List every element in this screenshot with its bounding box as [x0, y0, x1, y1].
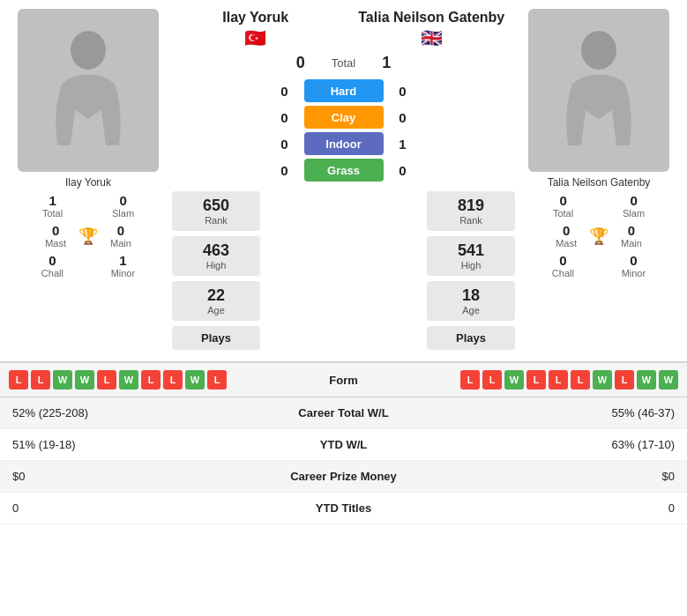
surface-row: 0Hard0	[168, 79, 519, 102]
left-total-slam-row: 1 Total 0 Slam	[18, 193, 159, 219]
form-badge: L	[163, 370, 183, 390]
form-badge: L	[615, 370, 634, 390]
left-slam-stat: 0 Slam	[112, 193, 134, 219]
form-badge: W	[659, 370, 678, 390]
right-age-box: 18 Age	[427, 281, 515, 321]
right-chall-minor-row: 0 Chall 0 Minor	[528, 253, 669, 278]
surface-row: 0Grass0	[168, 159, 519, 182]
stats-table-row: 52% (225-208)Career Total W/L55% (46-37)	[0, 397, 687, 429]
left-rank-box: 650 Rank	[172, 191, 260, 231]
right-minor-stat: 0 Minor	[622, 253, 646, 278]
surface-badge-clay: Clay	[304, 106, 384, 129]
surface-left-score: 0	[276, 110, 294, 125]
bottom-stats-table: 52% (225-208)Career Total W/L55% (46-37)…	[0, 397, 687, 524]
surface-left-score: 0	[276, 163, 294, 178]
surface-left-score: 0	[276, 84, 294, 99]
right-form-badges: LLWLLLWLWW	[397, 370, 679, 390]
right-total-stat: 0 Total	[553, 193, 573, 219]
form-badge: W	[185, 370, 205, 390]
left-mast-stat: 0 Mast	[45, 223, 66, 249]
form-badge: L	[31, 370, 50, 390]
left-flag: 🇹🇷	[168, 27, 344, 48]
right-player-name-below: Talia Neilson Gatenby	[548, 176, 651, 189]
form-badge: L	[482, 370, 502, 390]
stats-right-value: 55% (46-37)	[446, 397, 687, 429]
right-high-box: 541 High	[427, 236, 515, 276]
right-player-name-header: Talia Neilson Gatenby	[344, 9, 520, 26]
form-badge: L	[9, 370, 28, 390]
surface-row: 0Indoor1	[168, 132, 519, 155]
left-total-stat: 1 Total	[42, 193, 63, 219]
stats-left-value: $0	[0, 461, 241, 493]
left-high-box: 463 High	[172, 236, 260, 276]
surface-right-score: 0	[394, 163, 412, 178]
right-trophy-icon: 🏆	[589, 226, 609, 246]
surface-badge-grass: Grass	[304, 159, 384, 182]
form-badge: W	[637, 370, 656, 390]
stats-right-value: $0	[446, 461, 687, 493]
main-container: Ilay Yoruk 1 Total 0 Slam 0 Mast 🏆	[0, 0, 687, 524]
left-chall-minor-row: 0 Chall 1 Minor	[18, 253, 159, 278]
left-main-stat: 0 Main	[110, 223, 131, 249]
form-badge: L	[571, 370, 590, 390]
form-badge: L	[141, 370, 161, 390]
form-badge: L	[526, 370, 546, 390]
stats-right-value: 0	[446, 493, 687, 524]
stats-right-value: 63% (17-10)	[446, 429, 687, 461]
right-mast-main-row: 0 Mast 🏆 0 Main	[528, 223, 669, 249]
form-badge: W	[53, 370, 72, 390]
left-total-score: 0	[296, 54, 305, 72]
stats-center-label: YTD W/L	[241, 429, 447, 461]
stats-left-value: 0	[0, 493, 241, 524]
stats-left-value: 51% (19-18)	[0, 429, 241, 461]
stats-table-row: 0YTD Titles0	[0, 493, 687, 524]
svg-point-1	[581, 31, 616, 70]
form-badge: L	[460, 370, 480, 390]
right-flag: 🇬🇧	[344, 27, 520, 48]
surface-badge-indoor: Indoor	[304, 132, 384, 155]
form-badge: W	[75, 370, 94, 390]
left-player-photo	[18, 9, 159, 172]
stats-table-row: 51% (19-18)YTD W/L63% (17-10)	[0, 429, 687, 461]
left-player-area: Ilay Yoruk 1 Total 0 Slam 0 Mast 🏆	[9, 9, 168, 353]
form-badge: W	[593, 370, 612, 390]
stats-center-label: YTD Titles	[241, 493, 447, 524]
right-main-stat: 0 Main	[621, 223, 642, 249]
left-mast-main-row: 0 Mast 🏆 0 Main	[18, 223, 159, 249]
left-age-box: 22 Age	[172, 281, 260, 321]
form-badge: W	[504, 370, 524, 390]
surface-right-score: 0	[394, 84, 412, 99]
left-player-name-below: Ilay Yoruk	[65, 176, 111, 189]
right-center-stats: 819 Rank 541 High 18 Age Plays	[422, 189, 519, 353]
stats-center-label: Career Total W/L	[241, 397, 447, 429]
stats-left-value: 52% (225-208)	[0, 397, 241, 429]
center-area: Ilay Yoruk 🇹🇷 Talia Neilson Gatenby 🇬🇧 0…	[168, 9, 519, 353]
left-player-name-header: Ilay Yoruk	[168, 9, 344, 26]
right-chall-stat: 0 Chall	[552, 253, 574, 278]
right-trophy: 🏆	[586, 223, 612, 249]
center-stat-boxes: 650 Rank 463 High 22 Age Plays	[168, 189, 519, 353]
stats-center-label: Career Prize Money	[241, 461, 447, 493]
form-badge: L	[549, 370, 568, 390]
right-total-score: 1	[382, 54, 391, 72]
form-label: Form	[291, 374, 397, 387]
form-badge: L	[207, 370, 227, 390]
right-total-slam-row: 0 Total 0 Slam	[528, 193, 669, 219]
form-section: LLWWLWLLWL Form LLWLLLWLWW	[0, 362, 687, 397]
total-score-row: 0 Total 1	[296, 54, 392, 72]
right-player-photo	[528, 9, 669, 172]
form-badge: L	[97, 370, 116, 390]
trophy-icon: 🏆	[78, 226, 98, 246]
surface-row: 0Clay0	[168, 106, 519, 129]
right-slam-stat: 0 Slam	[623, 193, 645, 219]
svg-point-0	[71, 31, 106, 70]
form-badge: W	[119, 370, 138, 390]
surface-rows: 0Hard00Clay00Indoor10Grass0	[168, 79, 519, 185]
surface-right-score: 1	[394, 137, 412, 152]
surface-left-score: 0	[276, 137, 294, 152]
left-chall-stat: 0 Chall	[41, 253, 63, 278]
total-label: Total	[332, 56, 355, 70]
left-trophy: 🏆	[75, 223, 101, 249]
right-rank-box: 819 Rank	[427, 191, 515, 231]
left-form-badges: LLWWLWLLWL	[9, 370, 291, 390]
